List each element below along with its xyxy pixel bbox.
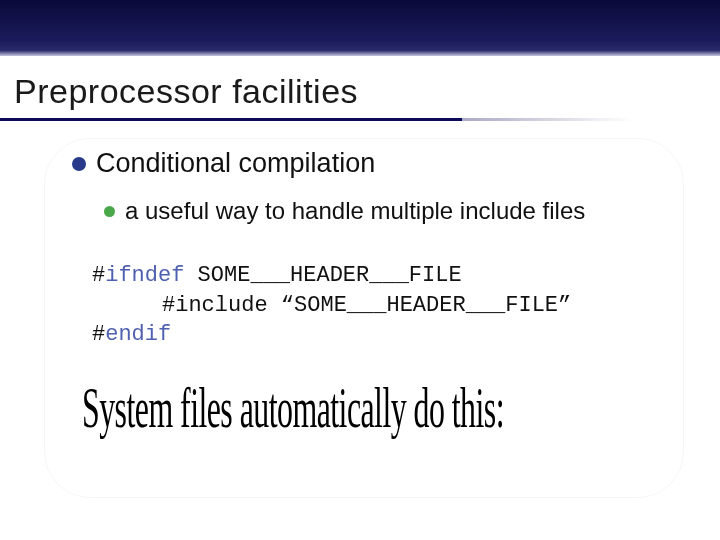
code-line-3: #endif [92,320,710,350]
title-underline-fade [462,118,632,121]
title-wrap: Preprocessor facilities [14,72,358,111]
code-hash: # [92,263,105,288]
content-area: Conditional compilation a useful way to … [72,148,710,441]
code-block: #ifndef SOME___HEADER___FILE #include “S… [92,261,710,350]
slide-topbar [0,0,720,56]
slide-title: Preprocessor facilities [14,72,358,111]
bullet-icon [72,157,86,171]
sub-bullet-text: a useful way to handle multiple include … [125,197,585,225]
banner-text: System files automatically do this: [82,374,427,441]
bullet-level2: a useful way to handle multiple include … [104,197,710,225]
bullet-text: Conditional compilation [96,148,375,179]
code-line-1: #ifndef SOME___HEADER___FILE [92,261,710,291]
code-keyword-ifndef: ifndef [105,263,184,288]
code-include-line: #include “SOME___HEADER___FILE” [162,293,571,318]
code-keyword-endif: endif [105,322,171,347]
code-line-2: #include “SOME___HEADER___FILE” [92,291,710,321]
title-underline [0,118,462,121]
sub-bullet-icon [104,206,115,217]
bullet-level1: Conditional compilation [72,148,710,179]
code-hash: # [92,322,105,347]
code-symbol: SOME___HEADER___FILE [184,263,461,288]
